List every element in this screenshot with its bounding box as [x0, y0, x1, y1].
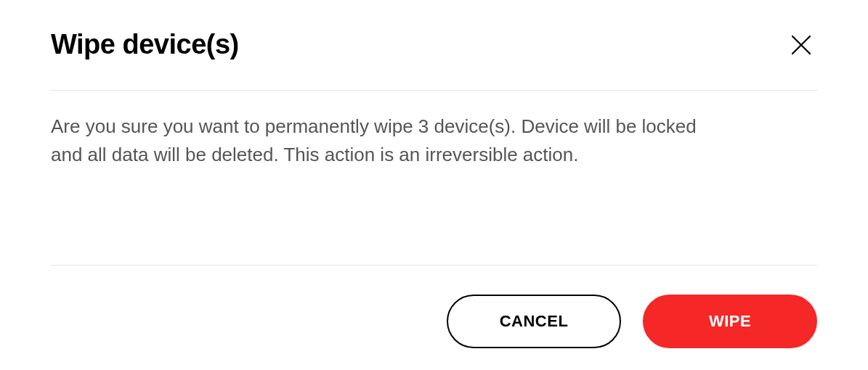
dialog-message: Are you sure you want to permanently wip…	[51, 112, 705, 169]
wipe-device-dialog: Wipe device(s) Are you sure you want to …	[0, 0, 868, 370]
dialog-footer: CANCEL WIPE	[51, 266, 817, 348]
cancel-button[interactable]: CANCEL	[447, 295, 621, 348]
dialog-body: Are you sure you want to permanently wip…	[51, 91, 817, 266]
close-button[interactable]	[785, 29, 817, 61]
dialog-header: Wipe device(s)	[51, 29, 817, 91]
dialog-title: Wipe device(s)	[51, 29, 239, 60]
wipe-button[interactable]: WIPE	[643, 295, 817, 348]
close-icon	[788, 32, 814, 58]
